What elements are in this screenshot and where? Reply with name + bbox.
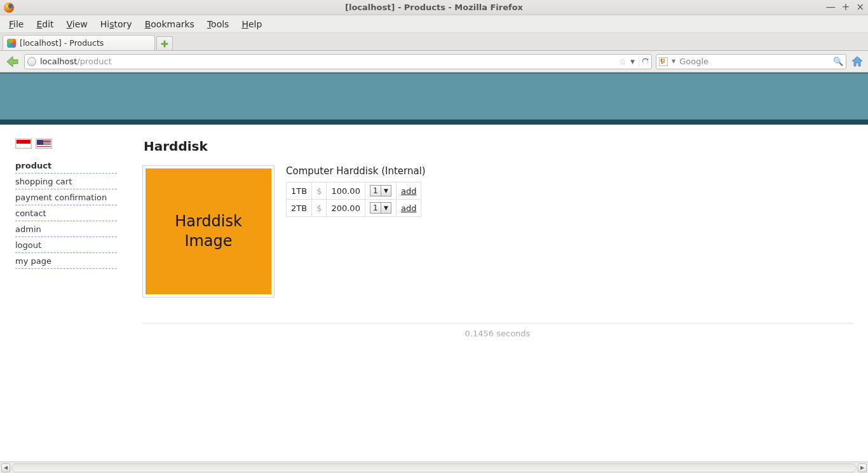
footer-separator [142, 323, 853, 324]
load-time: 0.1456 seconds [142, 329, 853, 345]
main-content: Harddisk Harddisk Image Computer Harddis… [142, 139, 853, 345]
variant-add-cell: add [396, 200, 421, 217]
site-identity-icon [27, 57, 36, 66]
variant-qty-cell: 1 ▼ [365, 200, 396, 217]
menu-bookmarks[interactable]: Bookmarks [140, 18, 200, 31]
currency-symbol: $ [312, 200, 327, 217]
menu-file[interactable]: File [4, 18, 29, 31]
variant-price: 200.00 [327, 200, 365, 217]
variant-row: 1TB $ 100.00 1 ▼ add [287, 182, 421, 200]
menubar: File Edit View History Bookmarks Tools H… [0, 15, 868, 33]
sidebar-item-admin[interactable]: admin [15, 221, 117, 237]
image-placeholder: Harddisk Image [146, 168, 271, 294]
sidebar-item-shopping-cart[interactable]: shopping cart [15, 174, 117, 189]
variant-row: 2TB $ 200.00 1 ▼ add [287, 200, 421, 217]
variant-price: 100.00 [327, 182, 365, 200]
scroll-track[interactable] [11, 463, 857, 472]
search-placeholder: Google [679, 57, 709, 66]
scroll-right-button[interactable]: ▶ [858, 463, 867, 472]
add-link[interactable]: add [401, 203, 416, 213]
product-image: Harddisk Image [142, 165, 275, 298]
home-button[interactable] [850, 55, 864, 69]
menu-edit[interactable]: Edit [31, 18, 58, 31]
search-bar[interactable]: ▼ Google 🔍 [656, 54, 846, 69]
variant-size: 1TB [287, 182, 312, 200]
variant-qty-cell: 1 ▼ [365, 182, 396, 200]
sidebar-item-product[interactable]: product [15, 158, 117, 174]
chevron-down-icon: ▼ [381, 185, 391, 196]
sidebar: product shopping cart payment confirmati… [15, 139, 117, 345]
sidebar-item-my-page[interactable]: my page [15, 253, 117, 269]
menu-help[interactable]: Help [236, 18, 267, 31]
nav-toolbar: localhost/product ☆ ▼ ▼ Google 🔍 [0, 51, 868, 72]
product-description: Computer Harddisk (Internal) [286, 165, 426, 177]
window-close-button[interactable]: × [856, 1, 864, 13]
variant-add-cell: add [396, 182, 421, 200]
tabstrip: [localhost] - Products [0, 33, 868, 51]
search-engine-dropdown-icon[interactable]: ▼ [672, 58, 675, 64]
menu-tools[interactable]: Tools [202, 18, 234, 31]
qty-select[interactable]: 1 ▼ [370, 185, 391, 196]
sidebar-item-logout[interactable]: logout [15, 237, 117, 253]
window-title: [localhost] - Products - Mozilla Firefox [0, 3, 868, 12]
url-bar[interactable]: localhost/product ☆ ▼ [24, 54, 652, 69]
sidebar-nav: product shopping cart payment confirmati… [15, 158, 117, 269]
variant-size: 2TB [287, 200, 312, 217]
bookmark-star-icon[interactable]: ☆ [619, 57, 627, 67]
google-icon [659, 57, 668, 66]
sidebar-item-contact[interactable]: contact [15, 205, 117, 221]
scroll-left-button[interactable]: ◀ [1, 463, 10, 472]
reload-button[interactable] [639, 57, 649, 67]
window-titlebar: [localhost] - Products - Mozilla Firefox… [0, 0, 868, 15]
page-viewport: product shopping cart payment confirmati… [0, 72, 868, 462]
menu-view[interactable]: View [62, 18, 93, 31]
lang-flag-id[interactable] [15, 139, 32, 149]
product-title: Harddisk [144, 139, 853, 154]
search-icon[interactable]: 🔍 [833, 57, 843, 66]
qty-select[interactable]: 1 ▼ [370, 202, 391, 214]
tab-active[interactable]: [localhost] - Products [3, 35, 155, 50]
page-banner [0, 72, 868, 125]
chevron-down-icon: ▼ [381, 202, 391, 214]
back-button[interactable] [4, 54, 20, 69]
variant-table: 1TB $ 100.00 1 ▼ add [286, 182, 421, 217]
url-text: localhost/product [40, 57, 112, 66]
menu-history[interactable]: History [95, 18, 137, 31]
tab-label: [localhost] - Products [20, 38, 104, 48]
sidebar-item-payment-confirmation[interactable]: payment confirmation [15, 189, 117, 205]
add-link[interactable]: add [401, 186, 416, 196]
currency-symbol: $ [312, 182, 327, 200]
horizontal-scrollbar[interactable]: ◀ ▶ [0, 462, 868, 473]
tab-favicon [7, 39, 16, 48]
url-dropdown-icon[interactable]: ▼ [630, 58, 635, 65]
window-maximize-button[interactable]: + [842, 1, 850, 13]
window-minimize-button[interactable]: — [826, 1, 836, 13]
new-tab-button[interactable] [156, 36, 173, 50]
lang-flag-us[interactable] [36, 139, 52, 149]
